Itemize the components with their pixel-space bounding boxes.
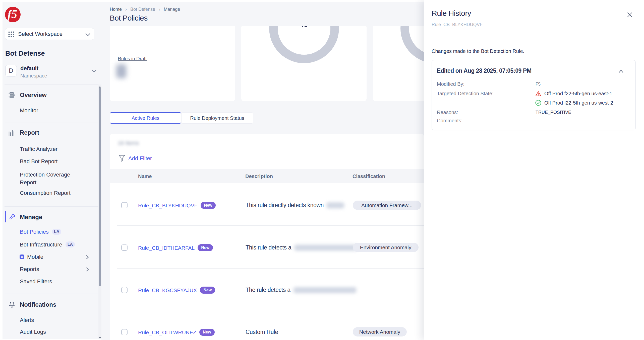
svg-text:f5: f5 (8, 8, 17, 21)
